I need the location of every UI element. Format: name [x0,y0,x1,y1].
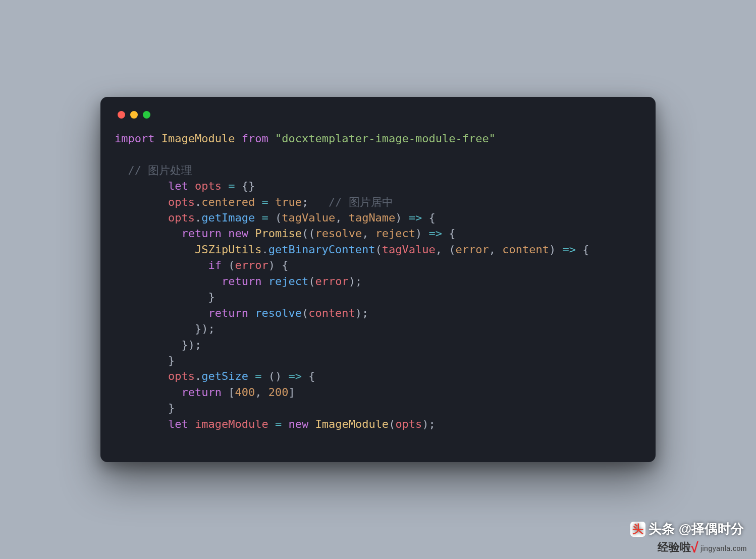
string-literal: "docxtemplater-image-module-free" [275,132,496,145]
close-icon[interactable] [118,111,125,119]
kw-let: let [168,180,188,192]
cls-jsziputils: JSZipUtils [195,243,261,256]
cls-imagemodule: ImageModule [161,132,235,145]
cls-promise: Promise [255,227,302,240]
watermark-jingyanla: 经验啦√ jingyanla.com [658,538,747,555]
toutiao-logo-icon: 头 [630,522,645,537]
kw-if: if [208,259,222,271]
bool-true: true [275,196,302,208]
prop-getsize: getSize [201,370,248,382]
num-400: 400 [235,386,255,399]
kw-new: new [228,227,248,240]
param-error: error [456,243,489,256]
param-tagname: tagName [349,211,396,224]
var-error: error [235,259,268,271]
param-content: content [502,243,549,256]
check-icon: √ [691,540,698,555]
jingyanla-logo: 经验啦√ [658,538,698,555]
fn-getbinarycontent: getBinaryContent [268,243,375,256]
var-imagemodule: imageModule [195,418,268,430]
prop-getimage: getImage [201,211,255,224]
var-content: content [308,307,355,319]
fn-resolve: resolve [255,307,302,319]
arrow-op: => [409,211,422,224]
num-200: 200 [268,386,289,399]
kw-from: from [242,132,268,145]
code-block: import ImageModule from "docxtemplater-i… [115,131,641,432]
kw-return: return [181,227,221,240]
fn-reject: reject [268,275,308,288]
comment: // 图片居中 [329,196,393,208]
param-resolve: resolve [315,227,362,240]
comment: // 图片处理 [128,164,193,177]
watermark-toutiao: 头 头条 @择偶时分 [630,520,744,538]
var-opts: opts [195,180,222,192]
jingyanla-url: jingyanla.com [700,544,747,552]
traffic-lights [115,109,641,131]
kw-import: import [115,132,154,145]
arg-tagvalue: tagValue [382,243,436,256]
watermark-toutiao-text: 头条 @择偶时分 [649,520,744,538]
minimize-icon[interactable] [130,111,138,119]
maximize-icon[interactable] [143,111,150,119]
param-tagvalue: tagValue [282,211,335,224]
code-window: import ImageModule from "docxtemplater-i… [100,97,656,463]
prop-centered: centered [201,196,255,208]
param-reject: reject [375,227,415,240]
